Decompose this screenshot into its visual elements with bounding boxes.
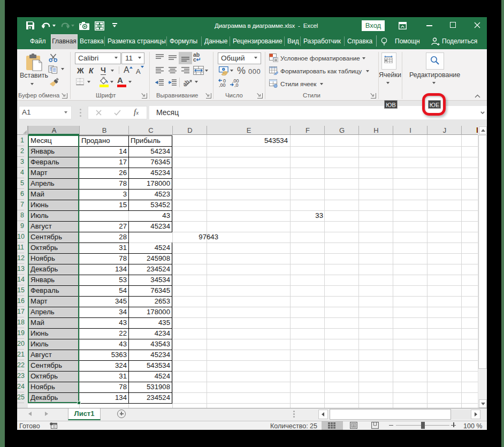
svg-text:ab: ab (184, 78, 190, 88)
svg-text:,00: ,00 (219, 82, 226, 87)
svg-text:,0: ,0 (234, 82, 239, 87)
